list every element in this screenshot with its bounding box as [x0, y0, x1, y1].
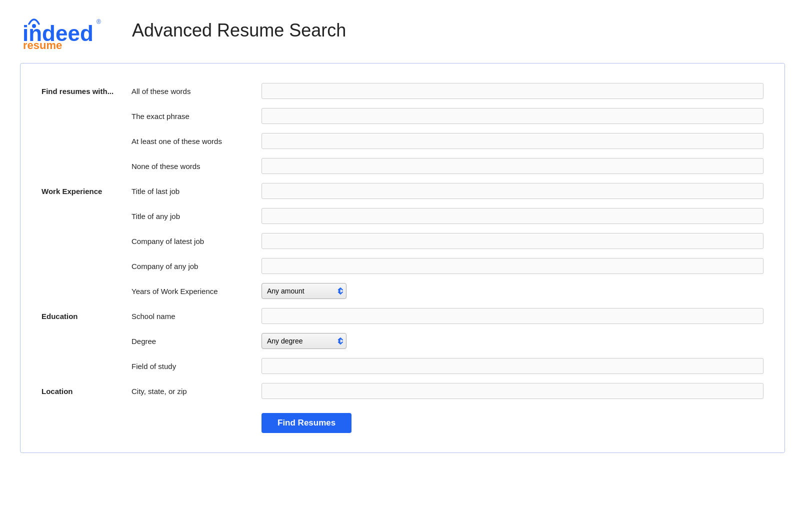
company-any-job-row: Company of any job	[36, 254, 770, 278]
title-any-job-cell	[256, 204, 770, 228]
education-label: Education	[36, 304, 126, 328]
logo-container: indeed ® resume	[20, 10, 120, 51]
company-any-job-input[interactable]	[262, 258, 764, 274]
at-least-one-label: At least one of these words	[126, 128, 256, 154]
city-state-zip-cell	[256, 378, 770, 404]
title-last-job-cell	[256, 178, 770, 204]
field-of-study-input[interactable]	[262, 358, 764, 374]
company-latest-job-label: Company of latest job	[126, 228, 256, 254]
degree-wrapper: Any degree High school diploma Associate…	[262, 333, 346, 349]
title-last-job-label: Title of last job	[126, 178, 256, 204]
find-resumes-button[interactable]: Find Resumes	[262, 413, 352, 433]
city-state-zip-label: City, state, or zip	[126, 378, 256, 404]
field-of-study-label: Field of study	[126, 354, 256, 378]
city-state-zip-input[interactable]	[262, 383, 764, 399]
none-of-these-cell	[256, 154, 770, 178]
find-resumes-row: Find Resumes	[36, 404, 770, 438]
all-words-input[interactable]	[262, 83, 764, 99]
form-container: Find resumes with... All of these words …	[20, 63, 785, 453]
school-name-input[interactable]	[262, 308, 764, 324]
exact-phrase-label: The exact phrase	[126, 104, 256, 128]
at-least-one-input[interactable]	[262, 133, 764, 149]
years-experience-select[interactable]: Any amount 1+ years 2+ years 3+ years 5+…	[262, 283, 346, 299]
title-last-job-input[interactable]	[262, 183, 764, 199]
find-resumes-label: Find resumes with...	[36, 78, 126, 104]
degree-cell: Any degree High school diploma Associate…	[256, 328, 770, 354]
school-name-label: School name	[126, 304, 256, 328]
all-words-cell	[256, 78, 770, 104]
at-least-one-row: At least one of these words	[36, 128, 770, 154]
school-name-cell	[256, 304, 770, 328]
all-words-label: All of these words	[126, 78, 256, 104]
location-label: Location	[36, 378, 126, 404]
none-of-these-input[interactable]	[262, 158, 764, 174]
work-experience-label: Work Experience	[36, 178, 126, 204]
page-title: Advanced Resume Search	[132, 20, 346, 41]
find-resumes-section-header: Find resumes with... All of these words	[36, 78, 770, 104]
logo-resume-text: resume	[23, 39, 62, 52]
none-of-these-label: None of these words	[126, 154, 256, 178]
degree-select[interactable]: Any degree High school diploma Associate…	[262, 333, 346, 349]
company-latest-job-row: Company of latest job	[36, 228, 770, 254]
company-any-job-cell	[256, 254, 770, 278]
education-section-header: Education School name	[36, 304, 770, 328]
at-least-one-cell	[256, 128, 770, 154]
title-any-job-input[interactable]	[262, 208, 764, 224]
company-any-job-label: Company of any job	[126, 254, 256, 278]
find-resumes-btn-cell: Find Resumes	[256, 404, 770, 438]
exact-phrase-row: The exact phrase	[36, 104, 770, 128]
field-of-study-cell	[256, 354, 770, 378]
years-experience-label: Years of Work Experience	[126, 278, 256, 304]
page-wrapper: indeed ® resume Advanced Resume Search F…	[0, 0, 805, 532]
years-experience-row: Years of Work Experience Any amount 1+ y…	[36, 278, 770, 304]
svg-text:®: ®	[96, 18, 101, 26]
form-table: Find resumes with... All of these words …	[36, 78, 770, 438]
work-experience-section-header: Work Experience Title of last job	[36, 178, 770, 204]
location-section-header: Location City, state, or zip	[36, 378, 770, 404]
degree-row: Degree Any degree High school diploma As…	[36, 328, 770, 354]
degree-label: Degree	[126, 328, 256, 354]
title-any-job-row: Title of any job	[36, 204, 770, 228]
years-experience-cell: Any amount 1+ years 2+ years 3+ years 5+…	[256, 278, 770, 304]
exact-phrase-input[interactable]	[262, 108, 764, 124]
exact-phrase-cell	[256, 104, 770, 128]
company-latest-job-cell	[256, 228, 770, 254]
company-latest-job-input[interactable]	[262, 233, 764, 249]
header: indeed ® resume Advanced Resume Search	[20, 10, 785, 51]
years-experience-wrapper: Any amount 1+ years 2+ years 3+ years 5+…	[262, 283, 346, 299]
none-of-these-row: None of these words	[36, 154, 770, 178]
field-of-study-row: Field of study	[36, 354, 770, 378]
title-any-job-label: Title of any job	[126, 204, 256, 228]
